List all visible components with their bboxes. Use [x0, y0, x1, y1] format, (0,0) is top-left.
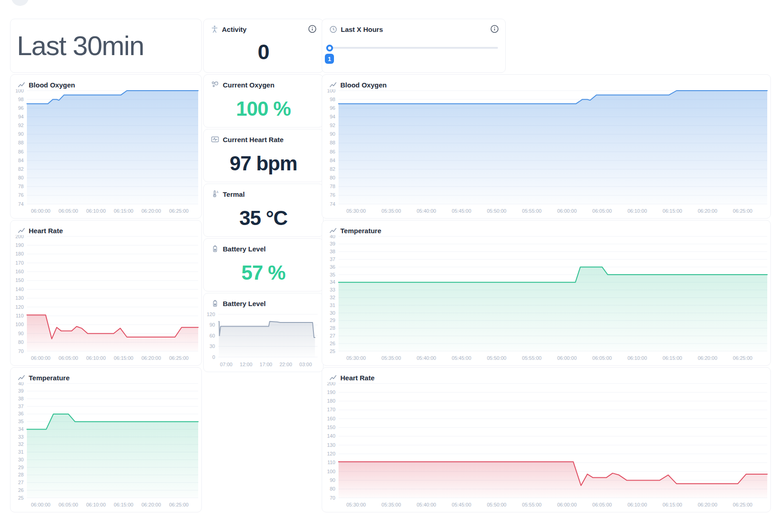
svg-text:06:15:00: 06:15:00	[114, 208, 133, 214]
time-range-title: Last 30min	[10, 19, 201, 72]
svg-text:05:55:00: 05:55:00	[522, 208, 542, 214]
svg-text:92: 92	[330, 123, 335, 128]
svg-text:110: 110	[327, 460, 335, 465]
svg-text:06:25:00: 06:25:00	[733, 502, 753, 507]
svg-text:100: 100	[327, 469, 335, 474]
stat-label: Current Oxygen	[223, 81, 274, 89]
trend-line-icon	[329, 82, 337, 88]
svg-text:05:40:00: 05:40:00	[416, 208, 436, 214]
svg-text:74: 74	[18, 201, 24, 207]
svg-text:05:35:00: 05:35:00	[381, 502, 401, 507]
svg-text:80: 80	[330, 175, 335, 180]
svg-text:06:10:00: 06:10:00	[86, 502, 106, 507]
svg-text:06:25:00: 06:25:00	[169, 208, 189, 214]
svg-text:70: 70	[330, 495, 335, 501]
battery-level-value: 57 %	[204, 254, 323, 291]
blood-oxygen-1h-chart[interactable]: 7476788082848688909294969810005:30:0005:…	[325, 89, 768, 216]
svg-text:78: 78	[330, 184, 335, 189]
svg-text:06:05:00: 06:05:00	[59, 502, 78, 507]
bubbles-oxygen-icon	[211, 81, 219, 89]
chart-header: Battery Level	[211, 299, 266, 308]
svg-text:06:05:00: 06:05:00	[592, 208, 612, 214]
blood-oxygen-30min-chart[interactable]: 7476788082848688909294969810006:00:0006:…	[13, 89, 199, 216]
temperature-1h-chart[interactable]: 2526272829303132333435363738394005:30:00…	[325, 235, 768, 363]
battery-chart-card: Battery Level 030609012007:0012:0017:002…	[203, 293, 323, 372]
floating-button-partial	[11, 0, 29, 6]
svg-text:06:25:00: 06:25:00	[169, 355, 189, 361]
chart-title: Battery Level	[223, 300, 266, 307]
chart-header: Heart Rate	[18, 226, 63, 235]
svg-text:22:00: 22:00	[279, 362, 292, 367]
svg-text:31: 31	[18, 449, 24, 455]
svg-text:06:00:00: 06:00:00	[557, 502, 577, 507]
heart-rate-30min-chart[interactable]: 7080901001101201301401501601701801902000…	[13, 235, 199, 363]
trend-line-icon	[18, 374, 25, 381]
thermal-card: A Termal 35 °C	[203, 184, 323, 237]
svg-text:96: 96	[330, 105, 335, 111]
hours-slider-handle[interactable]	[326, 45, 333, 51]
svg-text:25: 25	[330, 348, 335, 354]
stat-label: Battery Level	[223, 245, 266, 253]
svg-text:80: 80	[330, 486, 335, 491]
last-x-hours-card: Last X Hours 1	[322, 19, 506, 73]
battery-icon	[211, 245, 219, 253]
svg-text:160: 160	[15, 269, 24, 274]
svg-text:27: 27	[330, 333, 335, 338]
svg-text:36: 36	[18, 411, 24, 416]
svg-text:110: 110	[15, 313, 24, 318]
svg-text:90: 90	[210, 322, 215, 327]
svg-text:150: 150	[15, 277, 24, 283]
svg-text:170: 170	[327, 407, 335, 412]
svg-text:60: 60	[210, 333, 215, 338]
stat-label: Termal	[223, 190, 245, 198]
svg-text:34: 34	[18, 426, 24, 432]
svg-text:06:20:00: 06:20:00	[698, 208, 717, 214]
svg-text:140: 140	[15, 286, 24, 292]
svg-text:05:30:00: 05:30:00	[346, 208, 366, 214]
hours-slider-track[interactable]	[329, 47, 498, 49]
svg-text:06:15:00: 06:15:00	[662, 208, 682, 214]
svg-text:120: 120	[15, 304, 24, 310]
svg-text:74: 74	[330, 201, 335, 207]
time-range-card: Last 30min	[10, 19, 202, 73]
chart-title: Blood Oxygen	[29, 81, 75, 89]
svg-text:98: 98	[18, 97, 24, 102]
chart-header: Temperature	[18, 373, 70, 382]
svg-text:06:10:00: 06:10:00	[627, 355, 647, 361]
svg-text:06:20:00: 06:20:00	[698, 502, 717, 507]
svg-text:A: A	[216, 190, 219, 194]
svg-text:06:10:00: 06:10:00	[86, 355, 106, 361]
last-x-hours-label: Last X Hours	[341, 26, 383, 33]
info-icon[interactable]	[490, 25, 499, 33]
heart-rate-1h-card: Heart Rate 70809010011012013014015016017…	[322, 367, 771, 512]
svg-text:05:45:00: 05:45:00	[452, 208, 472, 214]
svg-text:26: 26	[18, 487, 24, 493]
temperature-30min-chart[interactable]: 2526272829303132333435363738394006:00:00…	[13, 382, 199, 510]
svg-text:90: 90	[18, 331, 24, 336]
current-heart-rate-value: 97 bpm	[204, 145, 323, 182]
svg-text:28: 28	[330, 325, 335, 331]
battery-history-chart[interactable]: 030609012007:0012:0017:0022:0003:00	[206, 307, 320, 370]
svg-text:12:00: 12:00	[240, 362, 252, 367]
svg-text:06:00:00: 06:00:00	[557, 355, 577, 361]
chart-title: Temperature	[340, 227, 381, 235]
blood-oxygen-30min-card: Blood Oxygen 747678808284868890929496981…	[10, 74, 202, 219]
clock-icon	[329, 26, 337, 33]
trend-line-icon	[18, 227, 25, 234]
svg-text:25: 25	[18, 495, 24, 501]
svg-text:130: 130	[15, 295, 24, 301]
svg-text:86: 86	[18, 149, 24, 154]
svg-text:06:00:00: 06:00:00	[31, 355, 51, 361]
svg-text:27: 27	[18, 480, 24, 485]
svg-text:06:05:00: 06:05:00	[592, 502, 612, 507]
svg-text:03:00: 03:00	[299, 362, 312, 367]
svg-text:30: 30	[210, 343, 215, 349]
svg-text:06:15:00: 06:15:00	[114, 355, 133, 361]
svg-text:180: 180	[327, 398, 335, 404]
svg-text:76: 76	[330, 192, 335, 198]
svg-text:06:25:00: 06:25:00	[733, 355, 753, 361]
svg-text:06:15:00: 06:15:00	[114, 502, 133, 507]
heart-rate-1h-chart[interactable]: 7080901001101201301401501601701801902000…	[325, 382, 768, 510]
svg-text:150: 150	[327, 425, 335, 430]
trend-line-icon	[329, 374, 337, 381]
